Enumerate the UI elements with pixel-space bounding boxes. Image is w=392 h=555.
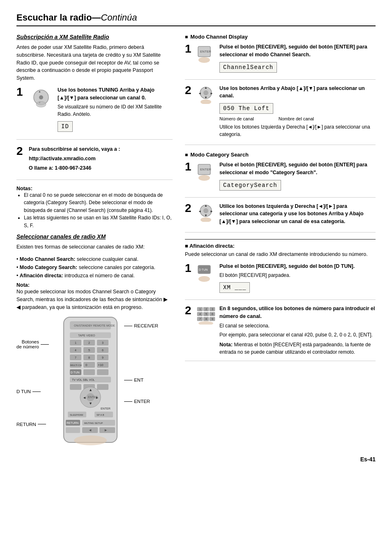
afin-step-1: 1 D TUN Pulse el botón [RECEIVER], segui… [185, 263, 376, 300]
return-label: RETURN [16, 422, 36, 427]
svg-text:1: 1 [199, 308, 201, 311]
ent-label: ENT [134, 378, 143, 382]
arrows-updown-icon: ▲ ▼ ◄ ► [196, 85, 216, 104]
ch-step-1-img: ENTER [196, 43, 216, 64]
afin-step-2-instruction: En 8 segundos, utilice los botones de nú… [219, 305, 376, 320]
svg-text:3: 3 [212, 308, 213, 311]
ent-label-row: ENT [124, 378, 158, 382]
step-number-1: 1 [16, 86, 25, 98]
afin-step-1-img: D TUN [196, 263, 216, 283]
notes-list: El canal 0 no se puede seleccionar en el… [16, 191, 173, 230]
title-main: Escuchar la radio [16, 12, 92, 23]
step-2-instruction: Para subscribirse al servicio, vaya a : [29, 145, 173, 153]
step-2-line1: http://activate.xmradio.com [29, 155, 173, 163]
svg-text:▼: ▼ [204, 214, 208, 217]
svg-text:4: 4 [75, 349, 76, 352]
ch-step-2-instruction: Use los botones Arriba y Abajo [▲]/[▼] p… [219, 85, 376, 100]
afin-step-1-instruction: Pulse el botón [RECEIVER], seguido del b… [219, 263, 376, 270]
step-1-sub: Se visualizaré su número de ID del XM Sa… [58, 103, 173, 118]
svg-text:+10: +10 [98, 363, 104, 367]
cat-step-num-2: 2 [185, 203, 192, 214]
ch-step-2: 2 ▲ ▼ ◄ ► Use los botones Arriba y Abajo… [185, 85, 376, 145]
number-buttons-icon: 1 2 3 4 5 6 7 8 9 [196, 306, 216, 325]
notes-block: Notas: El canal 0 no se puede selecciona… [16, 186, 173, 230]
cat-step-1-instruction: Pulse el botón [RECEIVER], seguido del b… [219, 161, 376, 177]
svg-text:TAPE    VIDEO: TAPE VIDEO [78, 334, 95, 337]
receiver-label: RECEIVER [134, 323, 158, 328]
cat-step-2: 2 ▲ ▼ ◄ ► Utilice los botones Izquierda … [185, 203, 376, 233]
channel-display-section: Modo Channel Display 1 ENTER Pulse el bo… [185, 34, 376, 145]
ch-step-1-instruction: Pulse el botón [RECEIVER], seguido del b… [219, 43, 376, 59]
svg-text:TV  VOL  SBL     VOL: TV VOL SBL VOL [72, 378, 95, 381]
bullet-2-text: seleccione canales por categoría. [77, 265, 155, 270]
svg-text:3: 3 [102, 341, 104, 344]
subscription-section: Subscripción a XM Satellite Radio Antes … [16, 34, 173, 180]
svg-text:MULTI CH: MULTI CH [70, 364, 82, 366]
svg-text:4: 4 [199, 313, 201, 315]
svg-text:▲: ▲ [38, 90, 41, 93]
nota-title: Nota: [16, 282, 173, 288]
afin-step-num-1: 1 [185, 263, 192, 274]
dtun-label: D TUN [16, 389, 31, 394]
cat-step-1: 1 ENTER Pulse el botón [RECEIVER], segui… [185, 161, 376, 198]
ch-step-2-img: ▲ ▼ ◄ ► [196, 85, 216, 105]
step-1-lcd: ID [58, 121, 73, 132]
cat-step-2-content: Utilice los botones Izquierda y Derecha … [219, 203, 376, 227]
afin-step-num-2: 2 [185, 305, 192, 316]
seleccionar-body: Existen tres formas de seleccionar canal… [16, 243, 173, 251]
step-1-content: Use los botones TUNING Arriba y Abajo [▲… [58, 86, 173, 134]
svg-text:9: 9 [212, 318, 213, 320]
cat-step-1-content: Pulse el botón [RECEIVER], seguido del b… [219, 161, 376, 192]
svg-text:2: 2 [205, 308, 207, 311]
svg-text:▲: ▲ [204, 86, 208, 90]
svg-text:ENTER: ENTER [200, 50, 211, 53]
tuning-icon: ▲ ▼ [30, 87, 53, 108]
ent-line [124, 380, 132, 380]
svg-point-69 [203, 90, 208, 95]
channel-display-title: Modo Channel Display [185, 34, 376, 40]
note-item-1: El canal 0 no se puede seleccionar en el… [24, 191, 173, 214]
receiver-hand-icon-1: ENTER [196, 44, 216, 63]
afin-step-2-sub2: Por ejemplo, para seleccionar el canal #… [219, 331, 376, 339]
svg-point-84 [201, 217, 211, 222]
remote-right-labels: RECEIVER ENT ENTER [124, 323, 158, 404]
bullet-1: Modo Channel Search: seleccione cualquie… [16, 255, 173, 263]
svg-text:▲: ▲ [204, 204, 208, 207]
bullet-3-text: introduzca el número de canal. [63, 273, 134, 279]
page-number: Es-41 [360, 456, 376, 463]
svg-point-77 [198, 175, 210, 181]
notes-title: Notas: [16, 186, 173, 191]
cat-step-num-1: 1 [185, 161, 192, 173]
afin-step-2-img: 1 2 3 4 5 6 7 8 9 [196, 305, 216, 325]
svg-point-67 [198, 57, 210, 63]
receiver-line [124, 326, 132, 326]
svg-text:SLEEP/DIM: SLEEP/DIM [70, 414, 83, 416]
enter-label-row: ENTER [124, 399, 158, 404]
svg-text:6: 6 [102, 349, 104, 352]
right-column: Modo Channel Display 1 ENTER Pulse el bo… [185, 34, 376, 448]
botones-text: Botones de número [16, 339, 39, 349]
svg-rect-40 [70, 384, 81, 390]
step-2-left: 2 Para subscribirse al servicio, vaya a … [16, 145, 173, 180]
svg-text:▼: ▼ [204, 96, 208, 99]
seleccionar-section: Seleccionar canales de radio XM Existen … [16, 233, 173, 311]
svg-rect-37 [97, 369, 108, 375]
cat-step-2-instruction: Utilice los botones Izquierda y Derecha … [219, 203, 376, 226]
afin-step-2-content: En 8 segundos, utilice los botones de nú… [219, 305, 376, 356]
svg-text:ON/STANDBY    REMOTE MODE: ON/STANDBY REMOTE MODE [74, 324, 115, 327]
ch-step-1-content: Pulse el botón [RECEIVER], seguido del b… [219, 43, 376, 74]
dtun-hand-icon: D TUN [196, 263, 216, 282]
afinacion-body: Puede seleccionar un canal de radio XM d… [185, 251, 376, 258]
enter-line [124, 401, 132, 402]
svg-text:RETURN: RETURN [67, 421, 78, 424]
nota-text: No puede seleccionar los modos Channel S… [16, 288, 173, 311]
botones-line [41, 344, 49, 345]
cat-step-1-img: ENTER [196, 161, 216, 182]
page-footer: Es-41 [16, 456, 376, 463]
bullet-2-label: Modo Category Search: [20, 265, 77, 270]
svg-rect-42 [97, 384, 108, 390]
svg-text:▲: ▲ [89, 388, 92, 392]
svg-point-79 [203, 208, 208, 213]
bullet-list: Modo Channel Search: seleccione cualquie… [16, 255, 173, 280]
afin-step-1-sub: El botón [RECEIVER] parpadea. [219, 272, 376, 279]
